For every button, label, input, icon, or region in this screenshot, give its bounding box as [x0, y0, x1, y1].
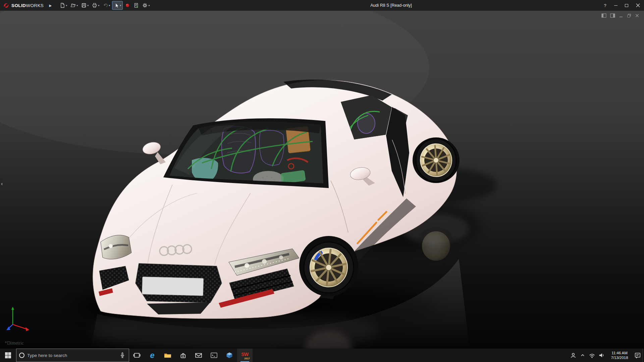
close-button[interactable] [632, 0, 644, 11]
wifi-icon [588, 352, 596, 359]
search-input[interactable] [27, 353, 116, 358]
microphone-icon[interactable] [119, 352, 126, 359]
front-splitter [147, 302, 210, 314]
document-restore-icon[interactable] [627, 13, 631, 18]
file-properties-icon [133, 3, 139, 8]
taskbar-search[interactable] [16, 349, 129, 362]
volume-button[interactable] [597, 349, 606, 362]
new-document-button[interactable]: ▾ [58, 1, 68, 10]
file-properties-button[interactable] [132, 1, 140, 10]
window-controls: ? [600, 0, 644, 11]
file-explorer-icon [164, 351, 172, 359]
minimize-button[interactable] [610, 0, 621, 11]
people-tray-button[interactable] [569, 349, 578, 362]
options-button[interactable]: ▾ [141, 1, 151, 10]
document-close-icon[interactable] [635, 13, 639, 18]
new-document-icon [60, 3, 65, 8]
brand-name: SOLIDWORKS [11, 3, 44, 8]
taskbar-clock[interactable]: 11:46 AM 7/13/2018 [606, 351, 633, 360]
minimize-icon [614, 5, 618, 6]
terminal-button[interactable] [206, 349, 222, 362]
action-center-icon [634, 352, 641, 359]
hidden-icons-button[interactable] [578, 349, 587, 362]
store-bag-icon [179, 351, 187, 359]
reflected-rear-wheel [417, 227, 455, 265]
solidworks-logo: SOLIDWORKS [0, 0, 47, 11]
display-pane-left-icon[interactable] [601, 13, 606, 18]
undo-icon [103, 3, 108, 8]
license-plate [142, 277, 203, 296]
edrawings-button[interactable] [222, 349, 237, 362]
cortana-icon [19, 353, 24, 358]
maximize-icon [625, 4, 628, 7]
print-icon [92, 3, 97, 8]
display-pane-right-icon[interactable] [610, 13, 615, 18]
speaker-icon [598, 352, 605, 359]
appearance-sphere-icon [125, 3, 130, 8]
quick-toolbar: ▾ ▾ ▾ ▾ ▾ [58, 1, 151, 10]
viewport[interactable]: *Dimetric [0, 11, 644, 349]
close-icon [636, 3, 640, 7]
edge-button[interactable]: e [145, 349, 160, 362]
print-button[interactable]: ▾ [91, 1, 101, 10]
appearance-sphere-button[interactable] [123, 1, 131, 10]
undo-button[interactable]: ▾ [101, 1, 111, 10]
start-button[interactable] [0, 349, 16, 362]
terminal-icon [210, 351, 218, 359]
window-title: Audi R8 S [Read-only] [370, 0, 412, 11]
chevron-up-icon [579, 352, 586, 359]
task-view-icon [133, 351, 141, 359]
open-button[interactable]: ▾ [69, 1, 79, 10]
system-tray: 11:46 AM 7/13/2018 [569, 349, 644, 362]
windows-logo-icon [5, 352, 11, 359]
network-button[interactable] [587, 349, 597, 362]
brand-solid: SOLID [11, 3, 26, 8]
solidworks-app-button[interactable]: SW 2017 [237, 349, 253, 362]
mail-button[interactable] [191, 349, 206, 362]
select-cursor-icon [114, 3, 119, 8]
view-orientation-label: *Dimetric [5, 341, 24, 346]
expand-arrow-icon: ▶ [49, 4, 52, 7]
feature-panel-collapse-handle[interactable] [0, 178, 3, 190]
file-explorer-button[interactable] [160, 349, 175, 362]
document-minimize-icon[interactable] [619, 13, 623, 18]
open-folder-icon [70, 3, 76, 8]
toolbar-expand-button[interactable]: ▶ [47, 1, 54, 9]
clock-time: 11:46 AM [606, 351, 633, 355]
edge-icon: e [150, 351, 154, 359]
model-viewport-canvas[interactable] [0, 11, 644, 349]
document-window-controls [601, 13, 639, 18]
select-button[interactable]: ▾ [112, 1, 123, 10]
mail-icon [195, 351, 203, 359]
help-button[interactable]: ? [600, 0, 610, 11]
store-button[interactable] [175, 349, 191, 362]
dassault-systemes-icon [3, 2, 9, 9]
titlebar: SOLIDWORKS ▶ ▾ ▾ ▾ [0, 0, 644, 11]
action-center-button[interactable] [633, 349, 642, 362]
orientation-triad[interactable] [5, 303, 35, 337]
maximize-button[interactable] [621, 0, 632, 11]
brand-works: WORKS [26, 3, 44, 8]
taskbar: e SW [0, 349, 644, 362]
front-grille[interactable] [136, 263, 222, 303]
person-icon [570, 352, 577, 359]
triad-x-axis [13, 324, 27, 329]
options-gear-icon [142, 3, 148, 8]
save-icon [81, 3, 87, 8]
show-desktop-button[interactable] [642, 349, 644, 362]
clock-date: 7/13/2018 [606, 355, 633, 360]
cube-icon [225, 351, 233, 359]
save-button[interactable]: ▾ [80, 1, 90, 10]
solidworks-app-icon: SW 2017 [240, 351, 249, 360]
task-view-button[interactable] [129, 349, 145, 362]
